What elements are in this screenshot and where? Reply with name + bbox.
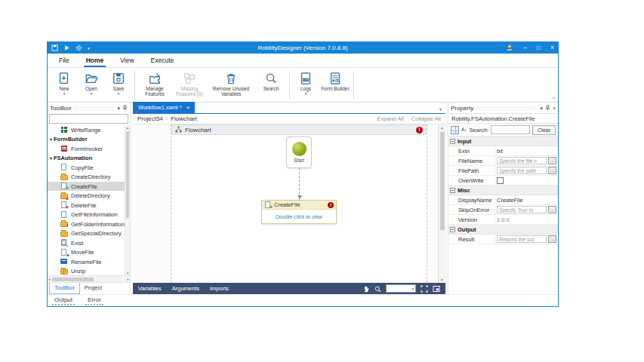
- checkbox[interactable]: [497, 177, 504, 184]
- property-section-misc[interactable]: Misc: [448, 186, 558, 195]
- categorized-view-icon[interactable]: [451, 126, 459, 134]
- toolbox-item-exist[interactable]: Exist: [48, 238, 125, 248]
- error-badge[interactable]: !: [416, 127, 423, 133]
- scroll-up-icon[interactable]: ▴: [125, 125, 130, 130]
- variables-button[interactable]: Variables: [138, 285, 162, 292]
- toolbox-item-movefile[interactable]: MoveFile: [48, 247, 125, 257]
- menu-tab-file[interactable]: File: [51, 54, 78, 67]
- toolbox-item-deletedirectory[interactable]: DeleteDirectory: [48, 191, 125, 201]
- scroll-left-icon[interactable]: ◂: [48, 277, 51, 281]
- chevron-up-icon[interactable]: ^: [553, 96, 555, 101]
- clear-button[interactable]: Clear: [532, 125, 556, 135]
- canvas-vertical-scrollbar[interactable]: ▴ ▾: [438, 124, 445, 283]
- open-button[interactable]: Open ▾: [78, 69, 105, 101]
- chevron-down-icon[interactable]: ▾: [436, 106, 445, 113]
- tab-toolbox[interactable]: ToolBox: [49, 283, 80, 294]
- menu-tab-home[interactable]: Home: [78, 54, 112, 67]
- property-section-input[interactable]: Input: [448, 137, 558, 146]
- toolbox-item-getfileinformation[interactable]: GetFileInformation: [48, 210, 125, 219]
- manage-features-button[interactable]: Manage Features: [137, 69, 172, 101]
- activity-hint[interactable]: Double-click to view: [262, 210, 336, 223]
- ellipsis-button[interactable]: ...: [548, 235, 556, 244]
- chevron-down-icon[interactable]: ▾: [540, 106, 543, 111]
- collapse-icon[interactable]: [450, 227, 455, 232]
- scroll-up-icon[interactable]: ▴: [439, 125, 445, 130]
- breadcrumb-project[interactable]: Project54: [137, 115, 163, 122]
- toolbox-horizontal-scrollbar[interactable]: ◂ ▸: [48, 275, 130, 282]
- chevron-down-icon[interactable]: ▾: [117, 106, 120, 111]
- toolbox-group-formbuilder[interactable]: ▾FormBuilder: [48, 134, 125, 144]
- createfile-activity-node[interactable]: CreateFile ! Double-click to view: [261, 200, 337, 224]
- close-icon[interactable]: ×: [186, 104, 190, 111]
- form-builder-button[interactable]: Form Builder: [319, 69, 351, 101]
- zoom-magnifier-icon[interactable]: [374, 282, 381, 296]
- tab-output[interactable]: Output: [52, 296, 75, 305]
- toolbox-item-createdirectory[interactable]: CreateDirectory: [48, 172, 125, 182]
- collapse-all-link[interactable]: Collapse All: [411, 115, 441, 122]
- toolbox-item-unzip[interactable]: Unzip: [48, 266, 125, 275]
- run-icon[interactable]: [63, 44, 70, 51]
- maximize-button[interactable]: □: [537, 44, 541, 51]
- search-button[interactable]: Search: [255, 69, 287, 101]
- toolbox-vertical-scrollbar[interactable]: ▴ ▾: [125, 125, 130, 275]
- property-section-output[interactable]: Output: [448, 225, 558, 235]
- tab-error[interactable]: Error: [85, 296, 103, 305]
- scrollbar-thumb[interactable]: [52, 278, 94, 281]
- remove-unused-variables-button[interactable]: Remove Unused Variables: [207, 69, 255, 101]
- property-value-input[interactable]: Specify the path: [497, 167, 547, 175]
- toolbox-item-copyfile[interactable]: CopyFile: [48, 163, 125, 173]
- toolbox-item-deletefile[interactable]: DeleteFile: [48, 201, 125, 210]
- settings-gear-icon[interactable]: [75, 44, 82, 51]
- property-search-input[interactable]: [491, 125, 530, 134]
- close-button[interactable]: ×: [550, 44, 554, 51]
- pin-icon[interactable]: [122, 105, 128, 112]
- scrollbar-thumb[interactable]: [440, 132, 445, 230]
- arguments-button[interactable]: Arguments: [172, 285, 199, 292]
- toolbox-group-fsautomation[interactable]: ▾FSAutomation: [48, 153, 125, 163]
- menu-tab-execute[interactable]: Execute: [143, 54, 183, 67]
- collapse-caret-icon[interactable]: ▾: [50, 155, 52, 161]
- sort-alphabetical-icon[interactable]: A↓: [461, 127, 467, 133]
- save-button[interactable]: Save ▾: [105, 69, 132, 101]
- collapse-icon[interactable]: [450, 188, 455, 193]
- zoom-level-combobox[interactable]: ▾: [386, 284, 416, 293]
- scroll-right-icon[interactable]: ▸: [127, 277, 129, 281]
- ellipsis-button[interactable]: ...: [548, 157, 556, 165]
- minimize-button[interactable]: –: [523, 44, 527, 51]
- scroll-down-icon[interactable]: ▾: [439, 278, 445, 282]
- pin-icon[interactable]: [545, 105, 550, 112]
- imports-button[interactable]: Imports: [210, 285, 229, 292]
- error-badge[interactable]: !: [328, 202, 334, 208]
- tab-project[interactable]: Project: [80, 283, 106, 294]
- toolbox-search-input[interactable]: [49, 114, 128, 124]
- start-node[interactable]: Start: [286, 137, 312, 168]
- menu-tab-view[interactable]: View: [112, 54, 142, 67]
- collapse-caret-icon[interactable]: ▾: [50, 137, 52, 142]
- toolbox-item-getspecialdirectory[interactable]: GetSpecialDirectory: [48, 229, 125, 238]
- fit-to-screen-icon[interactable]: [421, 282, 428, 296]
- ellipsis-button[interactable]: ...: [548, 167, 556, 175]
- overview-icon[interactable]: [433, 282, 440, 296]
- close-icon[interactable]: ×: [553, 106, 556, 111]
- toolbox-item-forminvoker[interactable]: FormInvoker: [48, 144, 125, 154]
- scrollbar-thumb[interactable]: [126, 131, 129, 218]
- property-value-input[interactable]: Returns the suc: [497, 235, 547, 244]
- dropdown-caret-icon[interactable]: ▾: [88, 46, 90, 51]
- logs-button[interactable]: LOG Logs ▾: [292, 69, 319, 101]
- flowchart-header[interactable]: Flowchart !: [171, 124, 427, 135]
- expand-all-link[interactable]: Expand All: [377, 115, 403, 122]
- save-icon[interactable]: [51, 44, 58, 51]
- property-value-input[interactable]: Specify the file n: [497, 157, 547, 165]
- toolbox-item-createfile[interactable]: CreateFile: [48, 182, 125, 192]
- document-tab-workflow1[interactable]: Workflow1.xaml * ×: [133, 102, 195, 113]
- toolbox-item-renamefile[interactable]: RenameFile: [48, 257, 125, 267]
- toolbox-item-getfolderinformation[interactable]: GetFolderInformation: [48, 219, 125, 229]
- new-button[interactable]: New ▾: [51, 69, 78, 101]
- ellipsis-button[interactable]: ...: [548, 206, 556, 214]
- breadcrumb-page[interactable]: Flowchart: [171, 115, 197, 122]
- scroll-down-icon[interactable]: ▾: [125, 271, 130, 275]
- toolbox-item-writerange[interactable]: WriteRange: [48, 125, 125, 135]
- collapse-icon[interactable]: [450, 139, 455, 144]
- flowchart-canvas[interactable]: Flowchart ! Start CreateFile: [133, 124, 445, 283]
- property-value-input[interactable]: Specify True to: [497, 206, 547, 214]
